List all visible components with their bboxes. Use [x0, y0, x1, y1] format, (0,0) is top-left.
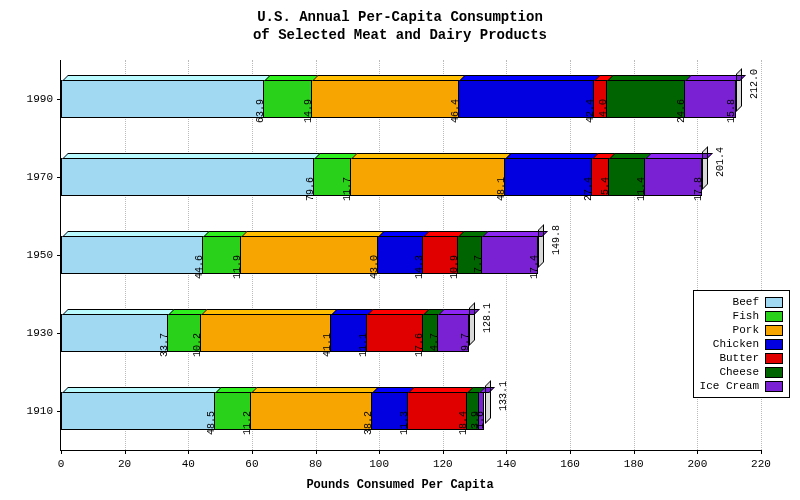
- legend-item: Pork: [700, 323, 783, 337]
- x-tick: [506, 450, 507, 454]
- bar-segment-chicken: 11.1: [331, 314, 366, 352]
- bar-end-cap: [538, 224, 544, 268]
- bar-segment-pork: 41.1: [201, 314, 332, 352]
- legend-label: Fish: [733, 310, 759, 322]
- row-total-label: 128.1: [481, 303, 492, 333]
- x-tick: [188, 450, 189, 454]
- legend-label: Chicken: [713, 338, 759, 350]
- legend-label: Pork: [733, 324, 759, 336]
- legend-label: Beef: [733, 296, 759, 308]
- row-total-label: 212.0: [748, 69, 759, 99]
- x-tick-label: 160: [560, 458, 580, 470]
- legend-label: Cheese: [719, 366, 759, 378]
- bar-segment-fish: 14.9: [264, 80, 311, 118]
- bar-segment-chicken: 14.3: [378, 236, 424, 274]
- bar-segment-ice-cream: 1.6: [479, 392, 484, 430]
- x-tick: [634, 450, 635, 454]
- bar-segment-cheese: 7.7: [458, 236, 483, 274]
- legend-swatch: [765, 353, 783, 364]
- x-tick-label: 40: [182, 458, 195, 470]
- chart-title: U.S. Annual Per-Capita Consumption of Se…: [0, 0, 800, 44]
- bar-segment-pork: 38.2: [251, 392, 373, 430]
- bar-row: 63.914.946.442.44.024.615.8: [61, 80, 736, 118]
- bar-segment-ice-cream: 17.8: [645, 158, 702, 196]
- x-tick-label: 20: [118, 458, 131, 470]
- x-tick-label: 200: [687, 458, 707, 470]
- bar-segment-cheese: 24.6: [607, 80, 685, 118]
- legend-label: Butter: [719, 352, 759, 364]
- bar-segment-butter: 10.9: [423, 236, 458, 274]
- bar-segment-cheese: 4.7: [423, 314, 438, 352]
- x-tick: [379, 450, 380, 454]
- x-axis-label: Pounds Consumed Per Capita: [306, 478, 493, 492]
- legend-label: Ice Cream: [700, 380, 759, 392]
- x-tick-label: 100: [369, 458, 389, 470]
- bar-row: 44.611.943.014.310.97.717.4: [61, 236, 538, 274]
- x-tick: [570, 450, 571, 454]
- bar-end-cap: [736, 68, 742, 112]
- x-tick: [761, 450, 762, 454]
- legend-swatch: [765, 325, 783, 336]
- x-tick: [61, 450, 62, 454]
- legend-item: Cheese: [700, 365, 783, 379]
- x-tick: [443, 450, 444, 454]
- legend-swatch: [765, 297, 783, 308]
- row-total-label: 133.1: [497, 381, 508, 411]
- y-tick-label: 1990: [21, 93, 53, 105]
- legend-swatch: [765, 339, 783, 350]
- bar-row: 79.611.748.127.45.411.417.8: [61, 158, 702, 196]
- bar-segment-fish: 10.2: [168, 314, 200, 352]
- bar-row: 48.511.238.211.318.43.91.6: [61, 392, 484, 430]
- bar-segment-butter: 17.6: [367, 314, 423, 352]
- x-tick: [252, 450, 253, 454]
- bar-end-cap: [702, 146, 708, 190]
- bar-segment-ice-cream: 17.4: [482, 236, 537, 274]
- bar-segment-chicken: 42.4: [459, 80, 594, 118]
- row-total-label: 149.8: [550, 225, 561, 255]
- legend-swatch: [765, 367, 783, 378]
- legend-swatch: [765, 381, 783, 392]
- gridline: [570, 60, 571, 450]
- bar-segment-pork: 48.1: [351, 158, 504, 196]
- bar-segment-pork: 46.4: [312, 80, 460, 118]
- x-tick-label: 120: [433, 458, 453, 470]
- bar-end-cap: [469, 302, 475, 346]
- chart-container: U.S. Annual Per-Capita Consumption of Se…: [0, 0, 800, 500]
- bar-segment-pork: 43.0: [241, 236, 378, 274]
- x-tick: [316, 450, 317, 454]
- x-tick-label: 60: [245, 458, 258, 470]
- x-tick-label: 80: [309, 458, 322, 470]
- legend-item: Ice Cream: [700, 379, 783, 393]
- y-tick-label: 1930: [21, 327, 53, 339]
- bar-segment-butter: 5.4: [592, 158, 609, 196]
- bar-segment-cheese: 11.4: [609, 158, 645, 196]
- y-tick-label: 1970: [21, 171, 53, 183]
- y-tick-label: 1910: [21, 405, 53, 417]
- legend-item: Beef: [700, 295, 783, 309]
- legend: BeefFishPorkChickenButterCheeseIce Cream: [693, 290, 790, 398]
- bar-segment-beef: 79.6: [61, 158, 314, 196]
- bar-segment-fish: 11.2: [215, 392, 251, 430]
- x-tick-label: 220: [751, 458, 771, 470]
- bar-segment-beef: 63.9: [61, 80, 264, 118]
- legend-item: Fish: [700, 309, 783, 323]
- bar-segment-butter: 18.4: [408, 392, 467, 430]
- bar-segment-beef: 48.5: [61, 392, 215, 430]
- gridline: [634, 60, 635, 450]
- x-tick: [125, 450, 126, 454]
- bar-segment-beef: 44.6: [61, 236, 203, 274]
- row-total-label: 201.4: [714, 147, 725, 177]
- x-tick-label: 140: [497, 458, 517, 470]
- legend-item: Chicken: [700, 337, 783, 351]
- bar-segment-fish: 11.9: [203, 236, 241, 274]
- legend-swatch: [765, 311, 783, 322]
- bar-segment-chicken: 11.3: [372, 392, 408, 430]
- x-tick: [697, 450, 698, 454]
- bar-segment-chicken: 27.4: [505, 158, 592, 196]
- bar-segment-fish: 11.7: [314, 158, 351, 196]
- x-tick-label: 180: [624, 458, 644, 470]
- bar-end-cap: [485, 380, 491, 424]
- x-tick-label: 0: [58, 458, 65, 470]
- legend-item: Butter: [700, 351, 783, 365]
- bar-segment-ice-cream: 9.7: [438, 314, 469, 352]
